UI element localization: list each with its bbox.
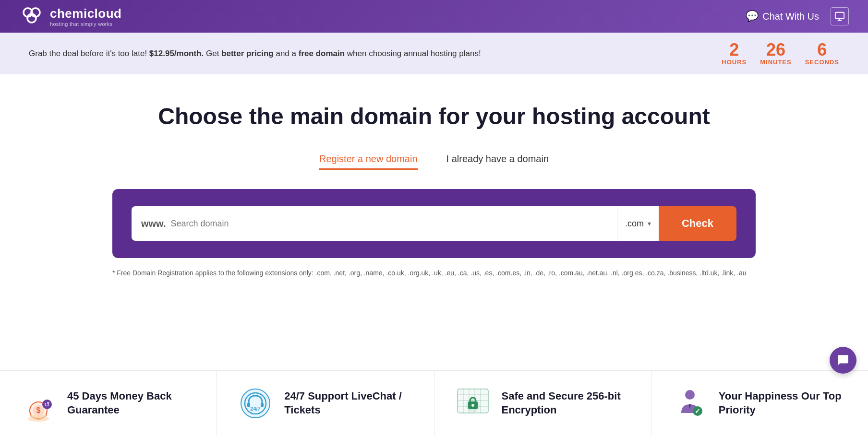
domain-search-container: www. .com ▾ Check [112, 189, 756, 258]
logo-icon [19, 4, 44, 29]
promo-text-middle: Get [206, 49, 221, 58]
svg-text:↺: ↺ [44, 401, 50, 408]
logo-name: chemicloud [50, 6, 121, 21]
chat-with-us-link[interactable]: 💬 Chat With Us [746, 10, 819, 23]
check-domain-button[interactable]: Check [659, 206, 736, 241]
promo-text-after: when choosing annual hosting plans! [347, 49, 481, 58]
svg-rect-14 [247, 402, 250, 407]
domain-search-input[interactable] [170, 219, 607, 229]
chat-widget-icon [837, 354, 849, 366]
svg-point-28 [685, 390, 695, 400]
tld-value: .com [625, 219, 644, 229]
support-icon: 24/7 [236, 384, 275, 423]
feature-happiness: ✓ Your Happiness Our Top Priority [651, 371, 868, 436]
logo-area[interactable]: chemicloud hosting that simply works [19, 4, 121, 29]
hours-label: HOURS [722, 59, 747, 66]
www-label: www. [141, 218, 166, 229]
feature-secure-text: Safe and Secure 256-bit Encryption [502, 389, 632, 417]
promo-banner: Grab the deal before it's too late! $12.… [0, 33, 868, 74]
minutes-number: 26 [760, 41, 792, 59]
feature-support-title: 24/7 Support LiveChat / Tickets [284, 389, 414, 417]
promo-price: $12.95/month. [149, 49, 204, 58]
free-domain-note: * Free Domain Registration applies to th… [112, 268, 756, 278]
secure-icon [454, 384, 492, 423]
svg-text:24/7: 24/7 [251, 406, 261, 412]
feature-support: 24/7 24/7 Support LiveChat / Tickets [217, 371, 434, 436]
hours-number: 2 [722, 41, 747, 59]
support-icon-wrap: 24/7 [236, 384, 275, 423]
tab-register-new-domain[interactable]: Register a new domain [319, 153, 418, 170]
money-back-icon: $ ↺ [19, 384, 58, 423]
svg-rect-15 [261, 402, 264, 407]
promo-bold-domain: free domain [299, 49, 345, 58]
feature-money-back: $ ↺ 45 Days Money Back Guarantee [0, 371, 217, 436]
logo-text: chemicloud hosting that simply works [50, 6, 121, 27]
feature-secure-title: Safe and Secure 256-bit Encryption [502, 389, 632, 417]
tld-dropdown-arrow: ▾ [648, 220, 651, 227]
main-header: chemicloud hosting that simply works 💬 C… [0, 0, 868, 33]
promo-text-and: and a [276, 49, 298, 58]
logo-tagline: hosting that simply works [50, 21, 121, 27]
feature-secure: Safe and Secure 256-bit Encryption [434, 371, 651, 436]
chat-label: Chat With Us [762, 11, 819, 22]
seconds-label: SECONDS [805, 59, 839, 66]
chat-bubble-icon: 💬 [746, 10, 759, 23]
money-back-icon-wrap: $ ↺ [19, 384, 58, 423]
secure-icon-wrap [454, 384, 492, 423]
svg-point-27 [466, 399, 480, 412]
header-right: 💬 Chat With Us [746, 7, 849, 25]
search-input-wrapper: www. [132, 206, 617, 241]
chat-widget-button[interactable] [830, 347, 856, 374]
promo-text: Grab the deal before it's too late! $12.… [29, 49, 481, 59]
promo-text-before: Grab the deal before it's too late! [29, 49, 147, 58]
happiness-icon-wrap: ✓ [671, 384, 709, 423]
minutes-label: MINUTES [760, 59, 792, 66]
promo-bold-pricing: better pricing [221, 49, 274, 58]
tab-already-have-domain[interactable]: I already have a domain [446, 153, 549, 170]
countdown-hours: 2 HOURS [722, 41, 747, 66]
countdown-minutes: 26 MINUTES [760, 41, 792, 66]
seconds-number: 6 [805, 41, 839, 59]
svg-rect-3 [835, 12, 844, 19]
search-row: www. .com ▾ Check [132, 206, 736, 241]
happiness-icon: ✓ [671, 384, 709, 423]
page-title: Choose the main domain for your hosting … [19, 103, 849, 130]
feature-happiness-title: Your Happiness Our Top Priority [719, 389, 849, 417]
features-bar: $ ↺ 45 Days Money Back Guarantee [0, 370, 868, 436]
feature-support-text: 24/7 Support LiveChat / Tickets [284, 389, 414, 417]
feature-money-back-text: 45 Days Money Back Guarantee [67, 389, 197, 417]
domain-tabs: Register a new domain I already have a d… [19, 153, 849, 170]
feature-happiness-text: Your Happiness Our Top Priority [719, 389, 849, 417]
cart-icon [834, 11, 845, 22]
countdown-seconds: 6 SECONDS [805, 41, 839, 66]
cart-button[interactable] [831, 7, 849, 25]
svg-text:✓: ✓ [695, 407, 700, 415]
feature-money-back-title: 45 Days Money Back Guarantee [67, 389, 197, 417]
svg-text:$: $ [36, 406, 41, 414]
countdown: 2 HOURS 26 MINUTES 6 SECONDS [722, 41, 839, 66]
tld-select[interactable]: .com ▾ [617, 206, 659, 241]
main-content: Choose the main domain for your hosting … [0, 74, 868, 326]
